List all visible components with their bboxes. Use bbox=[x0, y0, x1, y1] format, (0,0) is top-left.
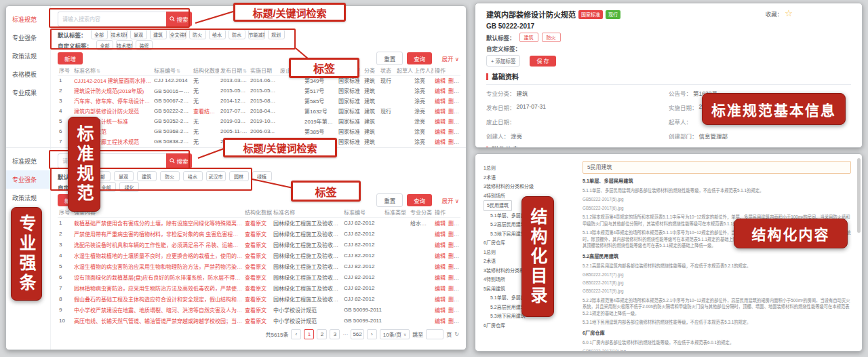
tag-chip[interactable]: 防火 bbox=[542, 33, 561, 42]
standard-name-link[interactable]: CJJ142-2014 建筑屋面雨水排水系统技术规程 bbox=[73, 75, 153, 86]
toc-item[interactable]: 3装修材料的分类和分级 bbox=[484, 182, 572, 191]
provision-text-link[interactable]: 假山叠石的基础工程及主体构造应符合设计和安全规定，假山结构和主峰稳定性应符合抗风… bbox=[73, 293, 243, 304]
tag-chip[interactable]: 给水 bbox=[183, 171, 203, 181]
page-button[interactable]: 562 bbox=[351, 329, 363, 339]
delete-link[interactable]: 删除 bbox=[448, 221, 459, 227]
scrollbar-thumb[interactable] bbox=[857, 158, 861, 233]
edit-link[interactable]: 编辑 bbox=[435, 242, 446, 248]
delete-link[interactable]: 删除 bbox=[448, 318, 459, 324]
tag-chip[interactable]: 节能减排 bbox=[248, 29, 265, 39]
edit-link[interactable]: 编辑 bbox=[435, 275, 446, 281]
view-original-link[interactable]: 查看原文 bbox=[243, 217, 272, 228]
query-button[interactable]: 查询 bbox=[407, 194, 432, 206]
tag-chip[interactable]: 装修 bbox=[136, 40, 153, 50]
provision-text-link[interactable]: 严禁使用带有严重病虫害的植物材料，非检疫对象的病 虫害危害程度或危害痕迹不得超过… bbox=[73, 228, 243, 239]
delete-link[interactable]: 删除 bbox=[448, 242, 459, 248]
toc-item[interactable]: 1总则 bbox=[484, 164, 572, 173]
sort-icon[interactable]: ⇅ bbox=[96, 69, 100, 73]
delete-link[interactable]: 删除 bbox=[448, 88, 459, 94]
view-original-link[interactable]: 查看原文 bbox=[243, 271, 272, 282]
tag-chip[interactable]: 规划 bbox=[268, 29, 285, 39]
next-page-button[interactable]: › bbox=[367, 329, 377, 339]
cell-structured-data[interactable]: 查看结构... bbox=[192, 106, 219, 116]
delete-link[interactable]: 删除 bbox=[448, 129, 459, 135]
delete-link[interactable]: 删除 bbox=[448, 98, 459, 105]
edit-link[interactable]: 编辑 bbox=[435, 297, 446, 303]
view-original-link[interactable]: 查看原文 bbox=[243, 261, 272, 271]
tag-chip[interactable]: 全部 bbox=[96, 40, 113, 50]
view-original-link[interactable]: 查看原文 bbox=[243, 304, 272, 315]
sidebar-item[interactable]: 表格模板 bbox=[6, 65, 50, 83]
delete-link[interactable]: 删除 bbox=[448, 139, 459, 145]
tag-chip[interactable]: 全部 bbox=[91, 29, 108, 39]
edit-link[interactable]: 编辑 bbox=[435, 109, 446, 115]
view-original-link[interactable]: 查看原文 bbox=[243, 250, 272, 261]
tag-chip[interactable]: 绿化 bbox=[119, 182, 139, 192]
sidebar-item[interactable]: 政策法规 bbox=[6, 47, 50, 65]
tag-chip[interactable]: 防火 bbox=[160, 171, 180, 181]
edit-link[interactable]: 编辑 bbox=[435, 129, 446, 135]
query-button[interactable]: 查询 bbox=[407, 52, 432, 64]
sidebar-item[interactable]: 标准规范 bbox=[6, 10, 50, 29]
sidebar-item[interactable]: 专业成果 bbox=[6, 83, 50, 102]
edit-link[interactable]: 编辑 bbox=[435, 264, 446, 270]
tag-chip[interactable]: 景观 bbox=[114, 171, 134, 181]
delete-link[interactable]: 删除 bbox=[448, 119, 459, 125]
delete-link[interactable]: 删除 bbox=[448, 307, 459, 314]
edit-link[interactable]: 编辑 bbox=[435, 231, 446, 238]
provision-text-link[interactable]: 栽植基础严禁使用含有害成分的土壤，除有设施空间绿化等特殊隔离地带，绿化栽植土壤有… bbox=[73, 217, 243, 228]
tag-chip[interactable]: 建筑 bbox=[150, 29, 167, 39]
view-original-link[interactable]: 查看原文 bbox=[243, 293, 272, 304]
tag-chip[interactable]: 全文强制 bbox=[170, 29, 186, 39]
tag-chip[interactable]: 防火 bbox=[189, 29, 206, 39]
standard-name-link[interactable]: 建筑设计防火规范(2018年版) bbox=[73, 86, 153, 96]
delete-link[interactable]: 删除 bbox=[448, 253, 459, 259]
sidebar-item[interactable]: 专业强条 bbox=[6, 170, 50, 189]
tag-chip[interactable]: 园林 bbox=[229, 171, 249, 181]
toc-item[interactable]: 6厂房仓库 bbox=[484, 321, 572, 331]
sidebar-item[interactable]: 政策法规 bbox=[6, 189, 50, 207]
provision-text-link[interactable]: 水湿生植物的病虫害防治应采用生物和物理防治方法，严禁药物污染水源。 bbox=[73, 261, 243, 271]
standard-name-link[interactable]: 汽车库、修车库、停车场设计防火规范 bbox=[73, 96, 153, 106]
provision-text-link[interactable]: 高压电线、长输天然气管道、输油管道严禁穿越或跨越学校校园；当在学校周边敷设时，安… bbox=[73, 315, 243, 326]
provision-text-link[interactable]: 水湿生植物栽植地的土壤质量不良时，应更换合格的栽植土，使用的栽植土和肥料不得污染… bbox=[73, 250, 243, 261]
delete-link[interactable]: 删除 bbox=[448, 286, 459, 292]
sort-icon[interactable]: ⇅ bbox=[243, 69, 247, 73]
delete-link[interactable]: 删除 bbox=[448, 275, 459, 281]
reset-button[interactable]: 重置 bbox=[376, 193, 403, 207]
toc-item[interactable]: 5民用建筑 bbox=[484, 200, 512, 211]
view-original-link[interactable]: 查看原文 bbox=[243, 315, 272, 326]
view-original-link[interactable]: 查看原文 bbox=[243, 282, 272, 293]
save-button[interactable]: 保 存 bbox=[530, 56, 555, 67]
edit-link[interactable]: 编辑 bbox=[435, 253, 446, 259]
search-button[interactable]: 搜索 bbox=[166, 12, 192, 26]
expand-link[interactable]: 展开 ∨ bbox=[441, 196, 459, 204]
add-tag-button[interactable]: + 添加标签 bbox=[486, 55, 520, 67]
edit-link[interactable]: 编辑 bbox=[435, 221, 446, 227]
tag-chip[interactable]: 绿植 bbox=[252, 171, 272, 181]
tag-chip[interactable]: 景观 bbox=[130, 29, 147, 39]
edit-link[interactable]: 编辑 bbox=[435, 318, 446, 324]
delete-link[interactable]: 删除 bbox=[448, 264, 459, 270]
edit-link[interactable]: 编辑 bbox=[435, 88, 446, 94]
sort-icon[interactable]: ⇅ bbox=[176, 69, 180, 73]
sidebar-item[interactable]: 专业强条 bbox=[6, 29, 50, 47]
tag-chip[interactable]: 技术措施 bbox=[116, 40, 133, 50]
tag-chip[interactable]: 武汉市 bbox=[206, 171, 226, 181]
edit-link[interactable]: 编辑 bbox=[435, 98, 446, 105]
provision-text-link[interactable]: 设有顶面绿化的栽植基层(盘)应有良好的防水排灌系统，防水层不得渗漏。 bbox=[73, 271, 243, 282]
tag-chip[interactable]: 技术规程 bbox=[111, 29, 127, 39]
delete-link[interactable]: 删除 bbox=[448, 78, 459, 84]
edit-link[interactable]: 编辑 bbox=[435, 307, 446, 314]
page-button[interactable]: 1 bbox=[304, 329, 314, 339]
tag-chip[interactable]: 防水 bbox=[229, 29, 245, 39]
page-button[interactable]: 2 bbox=[317, 329, 327, 339]
search-button[interactable]: 搜索 bbox=[166, 153, 192, 168]
view-original-link[interactable]: 查看原文 bbox=[243, 239, 272, 250]
tag-chip[interactable]: 建筑 bbox=[137, 171, 157, 181]
tag-chip[interactable]: 建筑 bbox=[519, 33, 538, 42]
delete-link[interactable]: 删除 bbox=[448, 231, 459, 238]
provision-text-link[interactable]: 园林植物病虫害防治，应采用生物防治方法及高效低毒农药，严禁使用剧毒农药。 bbox=[73, 282, 243, 293]
toc-item[interactable]: 2术语 bbox=[484, 173, 572, 183]
edit-link[interactable]: 编辑 bbox=[435, 78, 446, 84]
